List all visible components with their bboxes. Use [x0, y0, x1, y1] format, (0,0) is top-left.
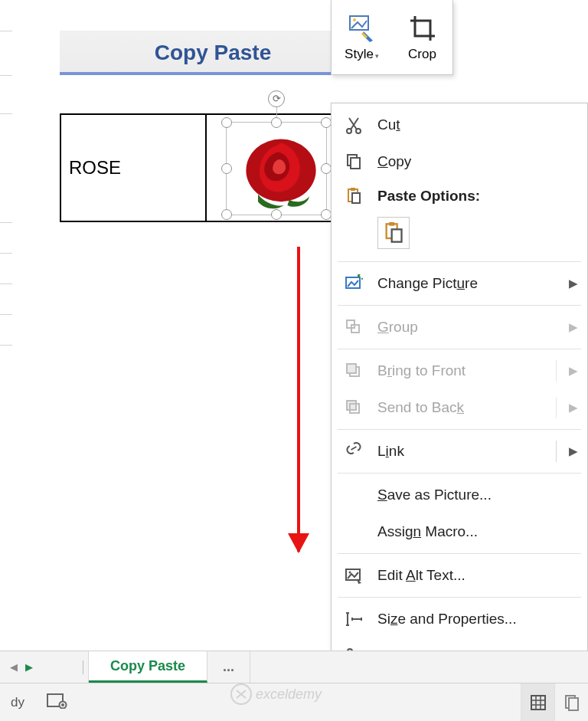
watermark: exceldemy [230, 683, 322, 706]
tab-nav[interactable]: ◀ ▶ [0, 651, 43, 683]
sheet-tab-overflow[interactable]: ... [207, 651, 250, 683]
menu-save-as-picture[interactable]: Save as Picture... [332, 477, 587, 513]
svg-rect-18 [347, 401, 356, 410]
svg-rect-9 [352, 193, 360, 203]
cell-label[interactable]: ROSE [61, 115, 207, 221]
clipboard-icon [342, 186, 365, 206]
dropdown-caret-icon: ▾ [375, 52, 379, 60]
change-picture-icon [342, 274, 365, 293]
paste-option-button[interactable] [377, 217, 410, 249]
style-button[interactable]: Style▾ [332, 0, 392, 74]
svg-point-21 [349, 572, 351, 574]
view-page-layout-button[interactable] [554, 683, 588, 722]
menu-label: Paste Options: [377, 188, 578, 205]
menu-label: Size and Properties... [377, 611, 578, 628]
sheet-tab-bar: ◀ ▶ Copy Paste ... [0, 651, 588, 683]
menu-label: Link [377, 443, 564, 460]
menu-change-picture[interactable]: Change Picture ▶ [332, 265, 587, 302]
rose-image [227, 123, 326, 215]
tab-split-handle[interactable] [43, 651, 89, 683]
nav-next-icon: ▶ [25, 661, 33, 673]
menu-label: Edit Alt Text... [377, 567, 578, 584]
svg-point-3 [347, 129, 351, 133]
svg-rect-8 [351, 188, 355, 191]
crop-icon [407, 13, 438, 44]
menu-link[interactable]: Link ▶ [332, 433, 587, 470]
submenu-arrow-icon: ▶ [564, 277, 578, 290]
bring-front-icon [342, 361, 365, 381]
resize-handle[interactable] [321, 163, 332, 174]
page-layout-icon [564, 694, 580, 711]
group-icon [342, 317, 365, 337]
svg-point-4 [356, 129, 361, 133]
submenu-arrow-icon: ▶ [564, 401, 578, 415]
copy-icon [342, 152, 365, 172]
nav-prev-icon: ◀ [10, 661, 18, 673]
context-menu: Cut Copy Paste Options: Change Picture ▶… [331, 103, 588, 678]
style-label: Style [345, 47, 374, 61]
size-icon [342, 609, 365, 629]
picture-style-icon [347, 13, 377, 44]
send-back-icon [342, 398, 365, 418]
resize-handle[interactable] [321, 117, 332, 128]
sheet-tab-active[interactable]: Copy Paste [89, 651, 207, 683]
submenu-arrow-icon: ▶ [564, 364, 578, 378]
annotation-arrow [297, 247, 300, 552]
view-normal-button[interactable] [521, 683, 554, 722]
menu-label: Change Picture [377, 275, 564, 292]
alt-text-icon [342, 565, 365, 585]
menu-assign-macro[interactable]: Assign Macro... [332, 513, 587, 550]
paste-options-row [332, 212, 587, 258]
svg-point-2 [353, 18, 356, 21]
cell-image[interactable]: ⟳ [207, 115, 334, 221]
menu-bring-to-front: Bring to Front ▶ [332, 352, 587, 389]
menu-group: Group ▶ [332, 309, 587, 346]
resize-handle[interactable] [271, 117, 282, 128]
sheet-tab-label: Copy Paste [110, 658, 185, 674]
menu-label: Cut [377, 116, 578, 133]
paste-icon [383, 222, 404, 244]
menu-cut[interactable]: Cut [332, 107, 587, 143]
menu-label: Copy [377, 153, 578, 170]
svg-point-24 [61, 703, 64, 706]
menu-label: Assign Macro... [377, 523, 578, 540]
svg-rect-12 [392, 229, 402, 241]
rotate-handle[interactable]: ⟳ [268, 90, 285, 107]
status-ready: dy [0, 695, 35, 710]
grid-view-icon [530, 694, 547, 711]
resize-handle[interactable] [221, 117, 232, 128]
menu-label: Send to Back [377, 399, 564, 416]
menu-size-properties[interactable]: Size and Properties... [332, 601, 587, 637]
menu-send-to-back: Send to Back ▶ [332, 389, 587, 426]
menu-label: Group [377, 319, 564, 336]
mini-toolbar: Style▾ Crop [331, 0, 453, 75]
svg-rect-6 [351, 158, 360, 169]
resize-handle[interactable] [221, 209, 232, 220]
resize-handle[interactable] [271, 209, 282, 220]
menu-paste-options-header: Paste Options: [332, 180, 587, 212]
crop-button[interactable]: Crop [392, 0, 452, 74]
submenu-arrow-icon: ▶ [564, 320, 578, 334]
svg-rect-27 [569, 698, 578, 710]
selected-picture[interactable]: ⟳ [227, 123, 326, 215]
svg-rect-17 [347, 364, 356, 373]
cut-icon [342, 115, 365, 135]
menu-edit-alt-text[interactable]: Edit Alt Text... [332, 557, 587, 594]
menu-copy[interactable]: Copy [332, 143, 587, 180]
crop-label: Crop [408, 47, 436, 62]
resize-handle[interactable] [221, 163, 232, 174]
data-table: ROSE ⟳ [60, 113, 335, 222]
menu-label: Save as Picture... [377, 487, 578, 503]
svg-rect-25 [531, 696, 545, 710]
menu-label: Bring to Front [377, 362, 564, 379]
link-icon [342, 441, 365, 461]
page-title: Copy Paste [60, 31, 366, 75]
submenu-arrow-icon: ▶ [564, 444, 578, 458]
resize-handle[interactable] [321, 209, 332, 220]
macro-record-button[interactable] [35, 692, 78, 713]
svg-rect-11 [389, 222, 394, 226]
